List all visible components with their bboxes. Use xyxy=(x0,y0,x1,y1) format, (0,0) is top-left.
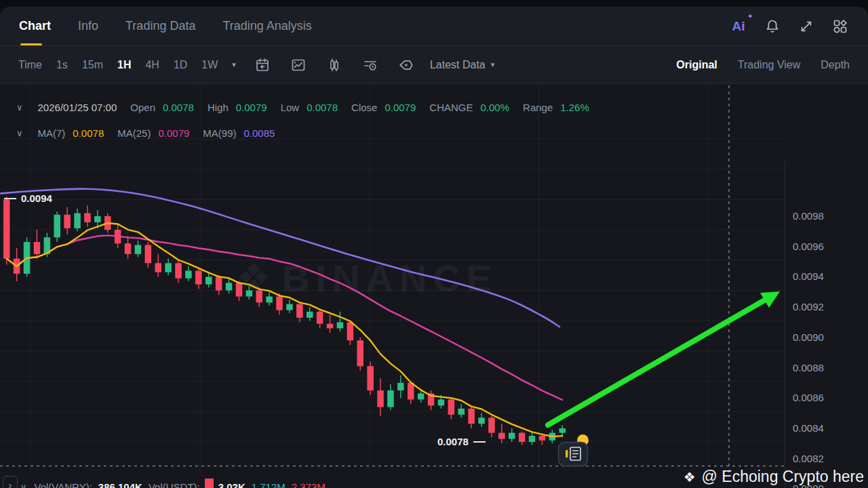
binance-chart-app: Chart Info Trading Data Trading Analysis… xyxy=(0,7,868,488)
low-label: Low xyxy=(281,102,300,113)
open-label: Open xyxy=(130,102,155,113)
vol-buy-value: 1.712M xyxy=(252,481,285,488)
chart-canvas[interactable] xyxy=(0,84,785,473)
apps-grid-icon[interactable] xyxy=(831,18,849,35)
view-trading-view[interactable]: Trading View xyxy=(738,59,801,71)
ai-letter-a: A xyxy=(732,19,741,34)
interval-1d[interactable]: 1D xyxy=(174,59,187,71)
price-tick-label: 0.0088 xyxy=(793,362,824,373)
range-label: Range xyxy=(523,102,553,113)
ma25-label: MA(25) xyxy=(117,127,151,139)
chevron-down-icon[interactable]: ∨ xyxy=(20,482,27,488)
candle-datetime: 2026/01/25 07:00 xyxy=(38,102,117,113)
nav-icon-group: Ai ✦ xyxy=(730,18,849,35)
change-value: 0.00% xyxy=(481,102,510,113)
vol-vanry-value: 386.104K xyxy=(98,481,142,488)
tab-trading-analysis[interactable]: Trading Analysis xyxy=(222,7,311,45)
latest-data-label: Latest Data xyxy=(430,59,486,71)
ai-letter-i: i xyxy=(741,19,745,34)
low-price-marker: 0.0078 xyxy=(437,436,486,447)
price-tick-label: 0.0092 xyxy=(793,301,824,312)
expand-icon[interactable] xyxy=(797,18,815,35)
price-dash xyxy=(4,198,16,199)
interval-15m[interactable]: 15m xyxy=(82,59,103,71)
binance-diamond-icon: ❖ xyxy=(684,469,696,485)
close-value: 0.0079 xyxy=(384,102,416,113)
ma99-value: 0.0085 xyxy=(244,127,275,139)
sparkle-icon: ✦ xyxy=(747,13,753,20)
view-original[interactable]: Original xyxy=(676,59,717,71)
ma99-label: MA(99) xyxy=(203,127,236,139)
tab-chart[interactable]: Chart xyxy=(19,7,51,45)
volume-bar xyxy=(205,479,214,488)
ohlc-legend: ∨ 2026/01/25 07:00 Open0.0078 High0.0079… xyxy=(16,102,589,113)
pane-expander-button[interactable]: › xyxy=(3,476,18,488)
open-price-marker-value: 0.0094 xyxy=(21,192,52,204)
price-tick-label: 0.0096 xyxy=(793,241,824,252)
chevron-right-icon: › xyxy=(9,479,12,488)
interval-4h[interactable]: 4H xyxy=(145,59,159,71)
echoing-crypto-watermark: ❖ @ Echoing Crypto here xyxy=(684,468,864,486)
chart-style-icon[interactable] xyxy=(290,56,307,74)
echoing-crypto-watermark-text: @ Echoing Crypto here xyxy=(702,468,864,486)
caret-down-icon[interactable]: ▾ xyxy=(232,60,236,69)
vol-usdt-value: 3.02K xyxy=(218,481,245,488)
high-value: 0.0079 xyxy=(236,102,267,113)
tab-info[interactable]: Info xyxy=(78,7,98,45)
low-price-marker-value: 0.0078 xyxy=(437,436,469,447)
tab-trading-data[interactable]: Trading Data xyxy=(125,7,195,45)
candlestick-icon[interactable] xyxy=(326,56,343,74)
calendar-range-icon[interactable] xyxy=(254,56,271,74)
interval-1h[interactable]: 1H xyxy=(117,59,131,71)
indicators-icon[interactable] xyxy=(361,56,379,74)
volume-legend: ∨ Vol(VANRY): 386.104K Vol(USDT): 3.02K … xyxy=(20,479,326,488)
price-tick-label: 0.0082 xyxy=(793,453,824,464)
vol-usdt-label: Vol(USDT): xyxy=(149,481,200,488)
latest-data-dropdown[interactable]: Latest Data ▾ xyxy=(430,59,494,71)
interval-group: Time 1s 15m 1H 4H 1D 1W ▾ xyxy=(18,59,236,71)
strategy-hexagon-icon[interactable] xyxy=(397,56,415,74)
interval-1s[interactable]: 1s xyxy=(56,59,68,71)
vol-sell-value: 2.373M xyxy=(292,481,326,488)
tool-icon-group xyxy=(254,56,415,74)
price-tick-label: 0.0086 xyxy=(793,392,824,403)
ma7-label: MA(7) xyxy=(38,127,66,139)
top-nav: Chart Info Trading Data Trading Analysis… xyxy=(0,7,868,46)
note-marker-icon[interactable] xyxy=(557,441,589,467)
caret-down-icon: ▾ xyxy=(491,60,495,69)
view-mode-group: Original Trading View Depth xyxy=(676,59,850,71)
interval-1w[interactable]: 1W xyxy=(201,59,218,71)
view-depth[interactable]: Depth xyxy=(821,59,850,71)
chart-pane: ❖ BINANCE ∨ 2026/01/25 07:00 Open0.0078 … xyxy=(0,84,868,473)
price-tick-label: 0.0084 xyxy=(793,422,824,434)
open-price-marker: 0.0094 xyxy=(4,192,52,204)
price-dash xyxy=(473,441,486,443)
close-label: Close xyxy=(351,102,377,113)
price-axis[interactable]: 0.00980.00960.00940.00920.00900.00880.00… xyxy=(785,161,868,488)
price-tick-label: 0.0094 xyxy=(793,270,824,282)
low-value: 0.0078 xyxy=(307,102,338,113)
ma25-value: 0.0079 xyxy=(158,127,189,139)
ai-icon[interactable]: Ai ✦ xyxy=(730,18,747,35)
ma-legend: ∨ MA(7)0.0078 MA(25)0.0079 MA(99)0.0085 xyxy=(16,127,275,139)
open-value: 0.0078 xyxy=(163,102,194,113)
chart-toolbar: Time 1s 15m 1H 4H 1D 1W ▾ xyxy=(0,46,868,84)
interval-time[interactable]: Time xyxy=(18,59,42,71)
nav-tabs: Chart Info Trading Data Trading Analysis xyxy=(19,7,312,45)
price-tick-label: 0.0098 xyxy=(793,210,824,222)
chevron-down-icon[interactable]: ∨ xyxy=(16,128,23,138)
range-value: 1.26% xyxy=(560,102,589,113)
high-label: High xyxy=(208,102,229,113)
ma7-value: 0.0078 xyxy=(73,127,104,139)
price-tick-label: 0.0090 xyxy=(793,331,824,343)
chevron-down-icon[interactable]: ∨ xyxy=(16,102,23,113)
bell-icon[interactable] xyxy=(764,18,781,35)
change-label: CHANGE xyxy=(429,102,473,113)
vol-vanry-label: Vol(VANRY): xyxy=(35,481,92,488)
